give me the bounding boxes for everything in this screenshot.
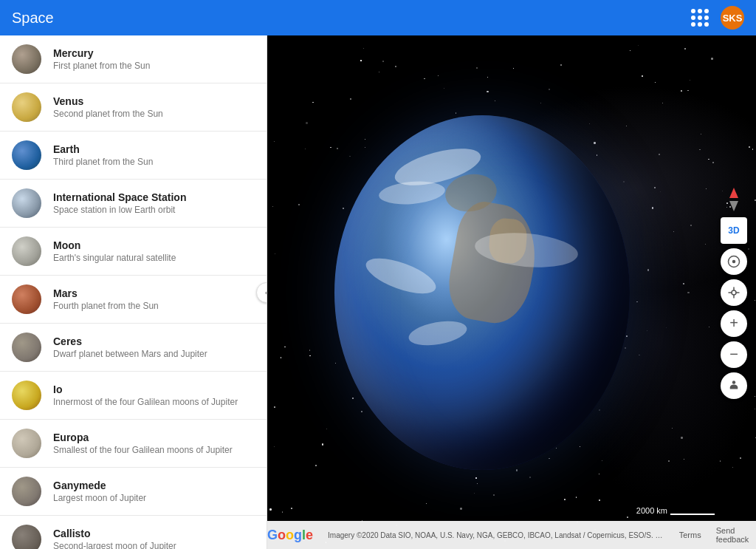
- main-content: MercuryFirst planet from the SunVenusSec…: [0, 35, 756, 549]
- moon-text: MoonEarth's singular natural satellite: [53, 239, 176, 263]
- earth-sphere: [334, 115, 630, 470]
- ceres-name: Ceres: [53, 335, 207, 347]
- mars-name: Mars: [53, 287, 159, 299]
- header-right: SKS: [691, 6, 744, 30]
- callisto-thumbnail: [12, 525, 41, 549]
- ganymede-desc: Largest moon of Jupiter: [53, 493, 146, 503]
- sidebar-item-earth[interactable]: EarthThird planet from the Sun: [0, 132, 267, 180]
- moon-thumbnail: [12, 236, 41, 266]
- europa-desc: Smallest of the four Galilean moons of J…: [53, 445, 233, 455]
- callisto-text: CallistoSecond-largest moon of Jupiter: [53, 528, 176, 549]
- io-desc: Innermost of the four Galilean moons of …: [53, 397, 238, 407]
- io-thumbnail: [12, 381, 41, 410]
- compass-north: [729, 188, 738, 198]
- sidebar-item-iss[interactable]: International Space StationSpace station…: [0, 180, 267, 228]
- map-controls: 3D + −: [721, 186, 747, 399]
- io-text: IoInnermost of the four Galilean moons o…: [53, 383, 238, 407]
- sidebar-item-mars[interactable]: MarsFourth planet from the Sun: [0, 276, 267, 324]
- venus-text: VenusSecond planet from the Sun: [53, 95, 163, 119]
- moon-desc: Earth's singular natural satellite: [53, 253, 176, 263]
- mercury-name: Mercury: [53, 47, 150, 59]
- iss-thumbnail: [12, 188, 41, 218]
- google-logo: Google: [267, 528, 313, 543]
- io-name: Io: [53, 383, 238, 395]
- terms-link[interactable]: Terms: [679, 531, 701, 539]
- scale-label: 2000 km: [636, 506, 667, 515]
- street-view-button[interactable]: [721, 372, 747, 399]
- 3d-toggle-button[interactable]: 3D: [721, 217, 747, 244]
- mars-thumbnail: [12, 284, 41, 314]
- ganymede-text: GanymedeLargest moon of Jupiter: [53, 480, 146, 503]
- mars-text: MarsFourth planet from the Sun: [53, 287, 159, 311]
- send-feedback-link[interactable]: Send feedback: [716, 526, 756, 544]
- europa-text: EuropaSmallest of the four Galilean moon…: [53, 432, 233, 455]
- venus-desc: Second planet from the Sun: [53, 109, 163, 119]
- mars-desc: Fourth planet from the Sun: [53, 301, 159, 311]
- svg-point-1: [732, 259, 736, 263]
- callisto-name: Callisto: [53, 528, 176, 539]
- compass-south: [729, 201, 738, 211]
- svg-point-2: [732, 290, 736, 295]
- zoom-out-button[interactable]: −: [721, 341, 747, 368]
- scale-line: [670, 514, 715, 515]
- mercury-text: MercuryFirst planet from the Sun: [53, 47, 150, 71]
- sidebar-item-venus[interactable]: VenusSecond planet from the Sun: [0, 83, 267, 132]
- earth-text: EarthThird planet from the Sun: [53, 143, 153, 167]
- moon-name: Moon: [53, 239, 176, 251]
- imagery-attribution: Imagery ©2020 Data SIO, NOAA, U.S. Navy,…: [328, 531, 664, 539]
- venus-thumbnail: [12, 92, 41, 122]
- user-avatar[interactable]: SKS: [721, 6, 744, 30]
- callisto-desc: Second-largest moon of Jupiter: [53, 541, 176, 549]
- zoom-in-button[interactable]: +: [721, 310, 747, 337]
- ceres-desc: Dwarf planet between Mars and Jupiter: [53, 349, 207, 359]
- ceres-text: CeresDwarf planet between Mars and Jupit…: [53, 335, 207, 359]
- iss-text: International Space StationSpace station…: [53, 191, 186, 215]
- compass[interactable]: [721, 186, 747, 213]
- sidebar-item-europa[interactable]: EuropaSmallest of the four Galilean moon…: [0, 420, 267, 468]
- map-footer: Google Imagery ©2020 Data SIO, NOAA, U.S…: [267, 521, 756, 549]
- venus-name: Venus: [53, 95, 163, 107]
- planet-list: MercuryFirst planet from the SunVenusSec…: [0, 35, 267, 549]
- sidebar-item-mercury[interactable]: MercuryFirst planet from the Sun: [0, 35, 267, 83]
- sidebar-item-ganymede[interactable]: GanymedeLargest moon of Jupiter: [0, 468, 267, 516]
- mercury-thumbnail: [12, 44, 41, 74]
- earth-thumbnail: [12, 140, 41, 170]
- scale-bar: 2000 km: [636, 506, 715, 515]
- app-title: Space: [12, 10, 54, 27]
- header: Space SKS: [0, 0, 756, 35]
- sidebar: MercuryFirst planet from the SunVenusSec…: [0, 35, 267, 549]
- layers-button[interactable]: [721, 248, 747, 275]
- ganymede-name: Ganymede: [53, 480, 146, 491]
- map-view[interactable]: 3D + − 2000 km Google Imagery ©2020 Data…: [267, 35, 756, 549]
- sidebar-item-io[interactable]: IoInnermost of the four Galilean moons o…: [0, 372, 267, 420]
- earth-visualization: [334, 115, 630, 470]
- svg-point-7: [732, 381, 736, 384]
- ceres-thumbnail: [12, 333, 41, 362]
- europa-thumbnail: [12, 429, 41, 458]
- apps-icon[interactable]: [691, 9, 709, 27]
- earth-name: Earth: [53, 143, 153, 155]
- mercury-desc: First planet from the Sun: [53, 61, 150, 71]
- iss-name: International Space Station: [53, 191, 186, 203]
- iss-desc: Space station in low Earth orbit: [53, 205, 186, 215]
- europa-name: Europa: [53, 432, 233, 443]
- sidebar-item-ceres[interactable]: CeresDwarf planet between Mars and Jupit…: [0, 324, 267, 372]
- earth-desc: Third planet from the Sun: [53, 157, 153, 167]
- ganymede-thumbnail: [12, 477, 41, 506]
- sidebar-item-moon[interactable]: MoonEarth's singular natural satellite: [0, 228, 267, 276]
- sidebar-item-callisto[interactable]: CallistoSecond-largest moon of Jupiter: [0, 516, 267, 549]
- location-button[interactable]: [721, 279, 747, 306]
